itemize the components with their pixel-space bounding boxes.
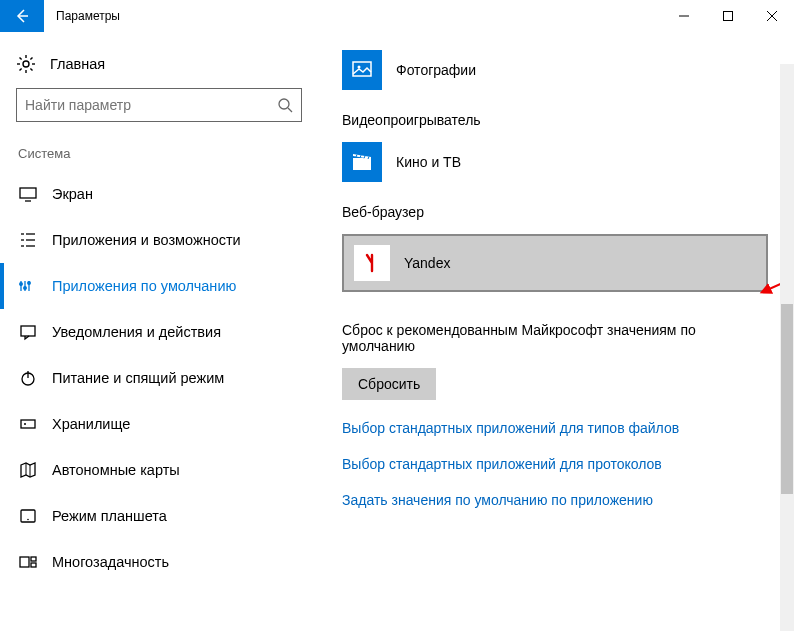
nav-apps[interactable]: Приложения и возможности	[16, 217, 306, 263]
nav-label: Режим планшета	[52, 508, 167, 524]
svg-rect-44	[353, 158, 371, 170]
link-protocols[interactable]: Выбор стандартных приложений для протоко…	[342, 456, 770, 472]
nav-display[interactable]: Экран	[16, 171, 306, 217]
nav-label: Экран	[52, 186, 93, 202]
svg-point-27	[20, 283, 23, 286]
nav-label: Автономные карты	[52, 462, 180, 478]
nav-label: Приложения и возможности	[52, 232, 241, 248]
browser-app-card[interactable]: Yandex	[342, 234, 768, 292]
minimize-icon	[679, 11, 689, 21]
svg-point-14	[279, 99, 289, 109]
window-title: Параметры	[56, 9, 120, 23]
svg-point-38	[27, 519, 29, 521]
nav-storage[interactable]: Хранилище	[16, 401, 306, 447]
scrollbar[interactable]	[780, 64, 794, 631]
svg-rect-33	[21, 420, 35, 428]
svg-line-11	[30, 68, 32, 70]
svg-rect-16	[20, 188, 36, 198]
photos-label: Фотографии	[396, 62, 476, 78]
svg-rect-30	[21, 326, 35, 336]
svg-rect-39	[20, 557, 29, 567]
home-button[interactable]: Главная	[16, 48, 306, 88]
maps-icon	[18, 460, 38, 480]
search-input[interactable]	[25, 97, 277, 113]
browser-label: Yandex	[404, 255, 450, 271]
svg-line-12	[20, 68, 22, 70]
svg-rect-41	[31, 563, 36, 567]
sidebar: Главная Система Экран Приложения и возмо…	[0, 32, 306, 631]
nav-multitask[interactable]: Многозадачность	[16, 539, 306, 585]
notify-icon	[18, 322, 38, 342]
nav-maps[interactable]: Автономные карты	[16, 447, 306, 493]
search-box[interactable]	[16, 88, 302, 122]
minimize-button[interactable]	[662, 0, 706, 32]
photos-icon	[351, 59, 373, 81]
svg-point-29	[28, 282, 31, 285]
close-icon	[767, 11, 777, 21]
nav-notifications[interactable]: Уведомления и действия	[16, 309, 306, 355]
svg-point-34	[24, 423, 26, 425]
photos-tile	[342, 50, 382, 90]
svg-point-28	[24, 287, 27, 290]
defaults-icon	[18, 276, 38, 296]
storage-icon	[18, 414, 38, 434]
yandex-tile	[354, 245, 390, 281]
nav-tablet[interactable]: Режим планшета	[16, 493, 306, 539]
nav-label: Многозадачность	[52, 554, 169, 570]
svg-point-43	[358, 66, 361, 69]
power-icon	[18, 368, 38, 388]
browser-heading: Веб-браузер	[342, 204, 770, 220]
svg-rect-40	[31, 557, 36, 561]
video-label: Кино и ТВ	[396, 154, 461, 170]
arrow-left-icon	[14, 8, 30, 24]
section-label: Система	[16, 146, 306, 161]
svg-line-13	[30, 58, 32, 60]
nav-label: Хранилище	[52, 416, 130, 432]
gear-icon	[16, 54, 36, 74]
reset-button[interactable]: Сбросить	[342, 368, 436, 400]
nav-power[interactable]: Питание и спящий режим	[16, 355, 306, 401]
content-pane: Фотографии Видеопроигрыватель Кино и ТВ …	[306, 32, 794, 631]
svg-line-10	[20, 58, 22, 60]
yandex-icon	[360, 251, 384, 275]
nav-label: Питание и спящий режим	[52, 370, 224, 386]
home-label: Главная	[50, 56, 105, 72]
video-heading: Видеопроигрыватель	[342, 112, 770, 128]
video-app-row[interactable]: Кино и ТВ	[342, 142, 770, 182]
video-tile	[342, 142, 382, 182]
multitask-icon	[18, 552, 38, 572]
scrollbar-thumb[interactable]	[781, 304, 793, 494]
maximize-button[interactable]	[706, 0, 750, 32]
svg-point-5	[23, 61, 29, 67]
link-by-app[interactable]: Задать значения по умолчанию по приложен…	[342, 492, 770, 508]
apps-icon	[18, 230, 38, 250]
svg-rect-2	[724, 12, 733, 21]
link-file-types[interactable]: Выбор стандартных приложений для типов ф…	[342, 420, 770, 436]
display-icon	[18, 184, 38, 204]
nav-label: Уведомления и действия	[52, 324, 221, 340]
search-icon	[277, 97, 293, 113]
titlebar: Параметры	[0, 0, 794, 32]
tablet-icon	[18, 506, 38, 526]
nav-label: Приложения по умолчанию	[52, 278, 236, 294]
reset-description: Сброс к рекомендованным Майкрософт значе…	[342, 322, 732, 354]
photos-app-row[interactable]: Фотографии	[342, 50, 770, 90]
nav-default-apps[interactable]: Приложения по умолчанию	[16, 263, 306, 309]
close-button[interactable]	[750, 0, 794, 32]
movies-icon	[351, 151, 373, 173]
svg-line-15	[288, 108, 292, 112]
maximize-icon	[723, 11, 733, 21]
back-button[interactable]	[0, 0, 44, 32]
